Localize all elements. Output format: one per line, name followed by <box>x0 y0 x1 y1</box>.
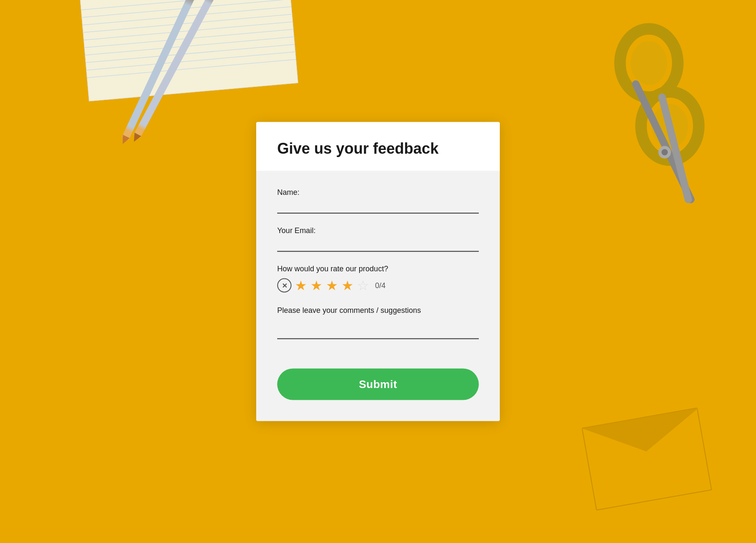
email-field-group: Your Email: <box>277 226 479 252</box>
email-input[interactable] <box>277 239 479 252</box>
name-input[interactable] <box>277 200 479 214</box>
star-4[interactable]: ★ <box>341 279 354 292</box>
star-2[interactable]: ★ <box>310 279 323 292</box>
x-icon: ✕ <box>282 281 287 289</box>
card-body: Name: Your Email: How would you rate our… <box>256 171 500 421</box>
star-3[interactable]: ★ <box>326 279 338 292</box>
rating-reset-button[interactable]: ✕ <box>277 278 291 293</box>
comments-label: Please leave your comments / suggestions <box>277 305 479 316</box>
comments-input[interactable] <box>277 326 479 339</box>
submit-button[interactable]: Submit <box>277 369 479 400</box>
scissors-decoration <box>596 21 722 231</box>
svg-point-1 <box>630 41 667 85</box>
name-label: Name: <box>277 188 479 197</box>
star-5[interactable]: ☆ <box>357 279 369 292</box>
comments-field-group: Please leave your comments / suggestions <box>277 305 479 339</box>
card-header: Give us your feedback <box>256 122 500 171</box>
page-title: Give us your feedback <box>277 139 479 158</box>
rating-count: 0/4 <box>375 281 386 290</box>
rating-label: How would you rate our product? <box>277 265 479 273</box>
star-1[interactable]: ★ <box>295 279 307 292</box>
rating-row: ✕ ★ ★ ★ ★ ☆ 0/4 <box>277 278 479 293</box>
svg-point-5 <box>662 149 668 155</box>
rating-group: How would you rate our product? ✕ ★ ★ ★ … <box>277 265 479 293</box>
email-label: Your Email: <box>277 226 479 235</box>
name-field-group: Name: <box>277 188 479 214</box>
feedback-card: Give us your feedback Name: Your Email: … <box>256 122 500 421</box>
